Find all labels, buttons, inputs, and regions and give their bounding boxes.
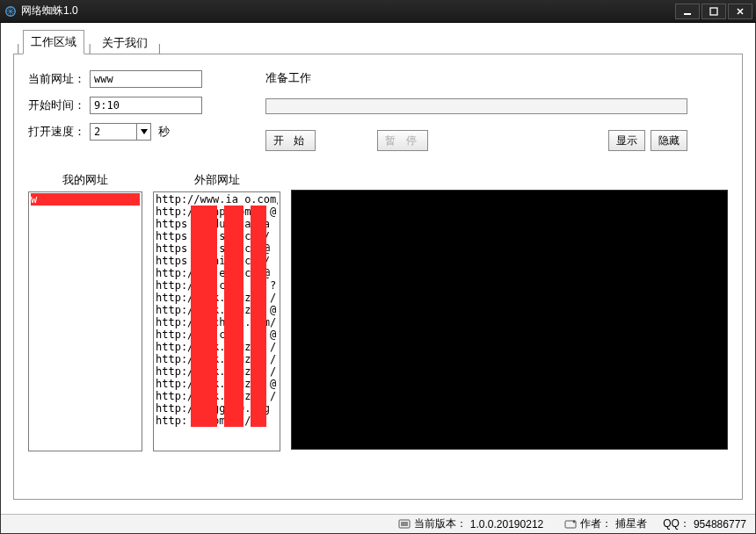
speed-suffix: 秒 — [158, 124, 170, 140]
redaction-bar — [191, 206, 217, 427]
window-titlebar: 网络蜘蛛1.0 — [0, 0, 756, 23]
close-button[interactable] — [728, 4, 752, 19]
version-icon — [398, 518, 411, 530]
tab-about-us[interactable]: 关于我们 — [95, 32, 155, 54]
redaction-bar — [251, 206, 266, 427]
hide-button[interactable]: 隐藏 — [651, 130, 687, 151]
show-button[interactable]: 显示 — [608, 130, 645, 151]
tab-body: 当前网址： 开始时间： 打开速度： 秒 — [13, 54, 743, 500]
tab-separator: | — [13, 41, 23, 54]
open-speed-combobox[interactable] — [90, 123, 151, 141]
list-item[interactable]: w — [31, 193, 140, 206]
minimize-button[interactable] — [675, 4, 700, 19]
chevron-down-icon[interactable] — [136, 124, 150, 140]
current-url-input[interactable] — [90, 70, 202, 88]
external-urls-column: 外部网址 http://www.ia o.com/khttp:/ .iapo p… — [153, 172, 280, 451]
qq-value: 954886777 — [694, 518, 746, 530]
preview-pane — [291, 190, 728, 450]
settings-form: 当前网址： 开始时间： 打开速度： 秒 — [28, 70, 239, 151]
tab-work-area[interactable]: 工作区域 — [23, 30, 84, 54]
version-value: 1.0.0.20190212 — [470, 518, 543, 530]
tab-strip: | 工作区域 | 关于我们 | — [13, 33, 743, 54]
status-bar: 当前版本：1.0.0.20190212 作者：捕星者 QQ：954886777 — [1, 514, 755, 533]
author-icon — [564, 518, 577, 530]
app-icon — [4, 4, 18, 18]
client-area: | 工作区域 | 关于我们 | 当前网址： 开始时间： 打开速度： — [0, 23, 756, 534]
control-buttons: 开 始 暂 停 显示 隐藏 — [265, 130, 687, 151]
redaction-bar — [224, 206, 244, 427]
external-urls-listbox[interactable]: http://www.ia o.com/khttp:/ .iapo pm/l @… — [153, 191, 280, 451]
author-label: 作者： — [580, 516, 612, 531]
window-title: 网络蜘蛛1.0 — [21, 4, 673, 18]
svg-rect-1 — [684, 13, 691, 15]
upper-panel: 当前网址： 开始时间： 打开速度： 秒 — [28, 70, 728, 151]
my-urls-listbox[interactable]: w — [28, 191, 142, 451]
start-button[interactable]: 开 始 — [265, 130, 316, 151]
external-urls-title: 外部网址 — [194, 172, 240, 188]
open-speed-value[interactable] — [91, 126, 136, 138]
open-speed-label: 打开速度： — [28, 124, 90, 140]
version-label: 当前版本： — [414, 516, 467, 531]
start-time-label: 开始时间： — [28, 97, 90, 113]
tab-separator: | — [84, 41, 94, 54]
window-controls — [673, 4, 752, 19]
svg-rect-4 — [401, 522, 408, 526]
status-version: 当前版本：1.0.0.20190212 — [398, 516, 543, 531]
prep-panel: 准备工作 开 始 暂 停 显示 隐藏 — [265, 70, 728, 151]
url-label: 当前网址： — [28, 71, 90, 87]
my-urls-title: 我的网址 — [62, 172, 108, 188]
author-value: 捕星者 — [615, 516, 647, 531]
maximize-button[interactable] — [701, 4, 726, 19]
status-author: 作者：捕星者 QQ：954886777 — [564, 516, 746, 531]
my-urls-column: 我的网址 w — [28, 172, 142, 451]
qq-label: QQ： — [663, 516, 690, 531]
prep-title: 准备工作 — [265, 70, 728, 86]
svg-rect-2 — [710, 8, 717, 15]
tab-separator: | — [155, 41, 164, 54]
pause-button[interactable]: 暂 停 — [377, 130, 427, 151]
lower-panel: 我的网址 w 外部网址 http://www.ia o.com/khttp:/ … — [28, 172, 728, 451]
list-item[interactable]: http://www.ia o.com/k — [156, 193, 278, 206]
progress-bar — [265, 98, 687, 114]
svg-point-6 — [573, 520, 576, 523]
start-time-input[interactable] — [90, 97, 202, 114]
